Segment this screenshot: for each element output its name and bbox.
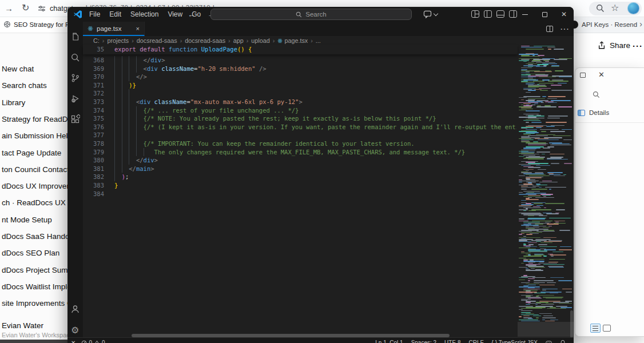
code-token: div xyxy=(150,57,161,63)
vertical-scrollbar[interactable] xyxy=(570,310,573,338)
eol-sequence[interactable]: CRLF xyxy=(468,340,483,343)
minimap-line xyxy=(519,316,522,317)
breadcrumb-item[interactable]: ... xyxy=(316,37,321,44)
customize-layout-icon[interactable] xyxy=(471,10,479,18)
settings-gear-icon[interactable]: ⚙ xyxy=(71,325,79,336)
tab-label: page.tsx xyxy=(97,25,121,32)
indentation[interactable]: Spaces: 2 xyxy=(411,340,436,343)
sidebar-item[interactable]: dDocs SEO Plan xyxy=(2,249,59,260)
minimap-line xyxy=(536,151,551,152)
tab-close-icon[interactable]: × xyxy=(136,25,140,32)
sidebar-item[interactable]: Search chats xyxy=(2,81,47,93)
sidebar-item[interactable]: Library xyxy=(2,98,25,110)
minimap-line xyxy=(554,49,564,49)
sidebar-item[interactable]: dDocs UX Improvemen xyxy=(2,182,67,193)
profile-avatar[interactable] xyxy=(627,2,639,14)
minimap[interactable] xyxy=(518,46,572,322)
indent-guide xyxy=(114,106,122,115)
share-button[interactable]: Share xyxy=(598,41,630,50)
menu-selection[interactable]: Selection xyxy=(126,10,163,18)
sidebar-item[interactable]: dDocs Project Summary xyxy=(2,266,67,277)
code-line: 370</> xyxy=(83,73,516,81)
maximize-button[interactable] xyxy=(535,7,554,22)
breadcrumb-item[interactable]: page.tsx xyxy=(284,37,308,44)
details-toggle[interactable]: Details xyxy=(578,109,609,116)
minimize-button[interactable] xyxy=(515,7,535,22)
toggle-sidebar-icon[interactable] xyxy=(484,10,492,18)
source-control-icon[interactable] xyxy=(70,73,80,83)
sidebar-item[interactable]: ain Submission Help xyxy=(2,131,67,143)
copilot-status-icon[interactable] xyxy=(546,340,552,343)
minimap-line xyxy=(526,284,539,284)
indent-guide xyxy=(122,89,129,98)
toggle-panel-icon[interactable] xyxy=(496,10,504,18)
menu-file[interactable]: File xyxy=(85,10,105,18)
minimap-line xyxy=(540,129,559,130)
tab-overflow-chevron[interactable]: › xyxy=(639,19,642,29)
breadcrumb-item[interactable]: projects xyxy=(107,37,129,44)
breadcrumb-item[interactable]: docsread-saas xyxy=(185,37,225,44)
list-view-button[interactable] xyxy=(590,324,601,333)
sidebar-item[interactable]: dDocs SaaS Handover xyxy=(2,232,67,244)
horizontal-scrollbar[interactable] xyxy=(83,333,518,337)
search-icon[interactable] xyxy=(70,53,80,62)
copilot-chat-icon[interactable] xyxy=(423,10,438,18)
breadcrumb-item[interactable]: docsread-saas xyxy=(137,37,177,44)
encoding[interactable]: UTF-8 xyxy=(444,340,460,343)
bookmark-star-icon[interactable]: ☆ xyxy=(611,3,619,12)
large-icons-view-button[interactable] xyxy=(603,325,611,332)
notifications-bell-icon[interactable] xyxy=(560,340,566,343)
minimap-line xyxy=(519,277,528,278)
code-editor[interactable]: 368</div>369<div className="h-20 sm:hidd… xyxy=(83,56,516,314)
minimap-line xyxy=(536,127,542,127)
search-zoom-icon[interactable] xyxy=(596,4,605,13)
sidebar-item[interactable]: ch · ReadDocs UX Impr xyxy=(2,198,67,210)
background-window-tab[interactable]: API Keys · Resend › xyxy=(574,17,644,33)
command-center-search[interactable]: Search xyxy=(210,9,412,20)
line-number: 384 xyxy=(83,190,114,198)
site-settings-icon[interactable] xyxy=(38,5,46,13)
breadcrumb-item[interactable]: C: xyxy=(93,37,100,44)
cursor-position[interactable]: Ln 1, Col 1 xyxy=(375,340,403,343)
problems-indicator[interactable]: 0 0 xyxy=(81,340,105,343)
run-debug-icon[interactable] xyxy=(70,94,80,103)
close-button[interactable]: ✕ xyxy=(554,7,574,22)
breadcrumb-item[interactable]: app xyxy=(233,37,244,44)
minimap-line xyxy=(554,176,565,176)
account-name[interactable]: Evian Water xyxy=(2,321,43,330)
sidebar-item[interactable]: site Improvements Gui xyxy=(2,299,67,310)
extensions-icon[interactable] xyxy=(70,114,80,124)
editor-more-actions-icon[interactable]: ··· xyxy=(560,24,569,34)
sidebar-item[interactable]: Strategy for ReadDocs xyxy=(2,115,67,126)
tab-page-tsx[interactable]: page.tsx × xyxy=(83,22,145,36)
close-icon[interactable]: ✕ xyxy=(598,70,605,79)
explorer-search-icon[interactable] xyxy=(593,91,600,98)
forward-icon[interactable]: → xyxy=(5,4,13,13)
explorer-icon[interactable] xyxy=(70,32,80,42)
menu-view[interactable]: View xyxy=(163,10,187,18)
minimap-line xyxy=(543,227,550,228)
accounts-icon[interactable] xyxy=(70,304,80,314)
restore-button[interactable] xyxy=(580,73,586,78)
sidebar-item[interactable]: New chat xyxy=(2,65,34,76)
minimap-line xyxy=(536,106,556,107)
breadcrumb-item[interactable]: upload xyxy=(251,37,269,44)
more-options-icon[interactable]: ··· xyxy=(633,41,643,51)
sticky-scroll-line[interactable]: 35export default function UploadPage() { xyxy=(83,45,518,54)
language-mode[interactable]: { } TypeScript JSX xyxy=(492,340,538,343)
remote-indicator[interactable]: ✕ xyxy=(71,340,75,343)
minimap-viewport[interactable] xyxy=(518,322,574,337)
sidebar-item[interactable]: ton Council Contact Inf xyxy=(2,165,67,177)
sidebar-item[interactable]: dDocs Waitlist Impleme xyxy=(2,282,67,294)
sidebar-item[interactable]: tact Page Update xyxy=(2,149,61,160)
indent-guide xyxy=(129,73,136,81)
menu-edit[interactable]: Edit xyxy=(105,10,126,18)
minimap-line xyxy=(521,189,527,189)
reload-icon[interactable]: ↻ xyxy=(22,3,29,12)
indent-guide xyxy=(129,106,136,115)
sidebar-item[interactable]: nt Mode Setup xyxy=(2,216,52,227)
split-editor-icon[interactable] xyxy=(546,26,553,32)
minimap-line xyxy=(542,317,556,318)
minimap-line xyxy=(528,280,530,281)
divider xyxy=(575,122,644,123)
